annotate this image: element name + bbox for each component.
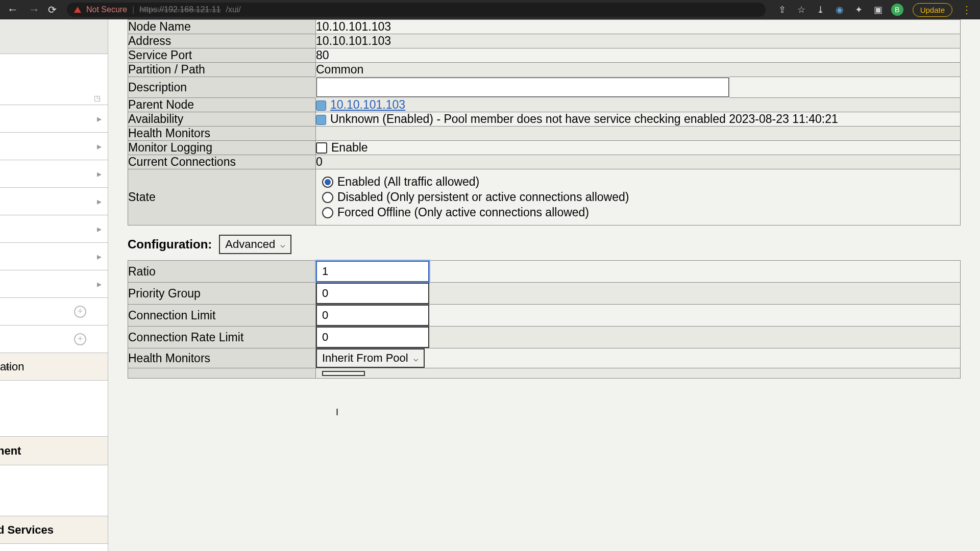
chevron-right-icon: ▸ — [97, 196, 102, 207]
health-monitors-select[interactable]: Inherit From Pool⌵ — [316, 348, 425, 368]
state-disabled-radio[interactable] — [322, 192, 333, 203]
plus-icon[interactable]: + — [74, 333, 86, 345]
parent-node-label: Parent Node — [128, 98, 316, 112]
configuration-mode-select[interactable]: Advanced⌵ — [219, 235, 291, 254]
chevron-right-icon: ▸ — [97, 251, 102, 262]
state-label: State — [128, 169, 316, 226]
sidebar-header — [0, 19, 108, 54]
address-label: Address — [128, 34, 316, 48]
monitor-logging-check-label: Enable — [331, 141, 368, 154]
security-status: Not Secure — [86, 5, 127, 14]
partition-label: Partition / Path — [128, 63, 316, 77]
install-icon[interactable]: ⤓ — [814, 4, 827, 15]
menu-icon[interactable]: ⋮ — [959, 4, 975, 16]
status-square-icon — [316, 115, 326, 125]
sidebar-item[interactable]: ◳ — [0, 54, 108, 105]
sidebar-item[interactable]: + — [0, 298, 108, 325]
monitor-logging-label: Monitor Logging — [128, 141, 316, 155]
priority-group-label: Priority Group — [128, 283, 316, 305]
sidebar-item[interactable]: ▸ — [0, 243, 108, 270]
configuration-title: Configuration: — [128, 237, 212, 252]
sidebar-gap — [0, 465, 108, 516]
sidebar-item[interactable]: nent — [0, 437, 108, 465]
reload-icon[interactable]: ⟳ — [48, 4, 57, 16]
update-button[interactable]: Update — [913, 3, 952, 17]
chevron-down-icon: ⌵ — [280, 240, 285, 249]
avatar[interactable]: B — [891, 4, 903, 16]
sidebar-item[interactable]: ▸ — [0, 188, 108, 215]
chevron-right-icon: ▸ — [97, 223, 102, 235]
url-bar[interactable]: Not Secure | https://192.168.121.11/xui/ — [67, 3, 766, 17]
url-path: /xui/ — [226, 5, 240, 14]
connection-rate-limit-label: Connection Rate Limit — [128, 327, 316, 348]
sidebar-item[interactable]: ▸ — [0, 105, 108, 133]
warning-icon — [74, 7, 81, 13]
service-port-value: 80 — [316, 48, 961, 63]
chevron-right-icon: ▸ — [97, 168, 102, 180]
availability-value: Unknown (Enabled) - Pool member does not… — [330, 112, 838, 126]
extension-icon[interactable]: ◉ — [833, 4, 846, 15]
node-name-label: Node Name — [128, 20, 316, 34]
health-monitors-value — [316, 127, 961, 141]
state-offline-label: Forced Offline (Only active connections … — [337, 206, 589, 219]
address-value: 10.10.101.103 — [316, 34, 961, 48]
priority-group-input[interactable] — [316, 283, 429, 304]
availability-label: Availability — [128, 112, 316, 127]
ratio-input[interactable] — [316, 261, 429, 282]
sidebar-item[interactable]: ▸ — [0, 133, 108, 160]
forward-icon[interactable]: → — [27, 3, 42, 16]
current-connections-label: Current Connections — [128, 155, 316, 169]
sidebar-item[interactable]: ▸ — [0, 160, 108, 188]
status-square-icon — [316, 101, 326, 111]
configuration-table: Ratio Priority Group Connection Limit Co… — [128, 260, 961, 379]
chevron-right-icon: ▸ — [97, 113, 102, 124]
panel-icon[interactable]: ▣ — [871, 4, 885, 15]
parent-node-link[interactable]: 10.10.101.103 — [330, 98, 405, 111]
connection-limit-label: Connection Limit — [128, 305, 316, 327]
browser-toolbar: ← → ⟳ Not Secure | https://192.168.121.1… — [0, 0, 980, 19]
chevron-right-icon: ▸ — [97, 279, 102, 290]
state-offline-radio[interactable] — [322, 207, 333, 218]
sidebar-item[interactable]: lation▸ — [0, 353, 108, 381]
state-enabled-label: Enabled (All traffic allowed) — [337, 175, 479, 189]
partial-select[interactable] — [322, 371, 365, 376]
sidebar: ◳ ▸ ▸ ▸ ▸ ▸ ▸ ▸ + + lation▸ nent d Servi… — [0, 19, 108, 551]
node-name-value: 10.10.101.103 — [316, 20, 961, 34]
connection-limit-input[interactable] — [316, 305, 429, 326]
content-area: Node Name 10.10.101.103 Address 10.10.10… — [108, 19, 980, 551]
url-host: https://192.168.121.11 — [139, 5, 220, 14]
general-properties-table: Node Name 10.10.101.103 Address 10.10.10… — [128, 19, 961, 226]
sidebar-item[interactable]: ▸ — [0, 215, 108, 243]
plus-icon[interactable]: + — [74, 306, 86, 318]
sidebar-item[interactable]: + — [0, 325, 108, 353]
sidebar-item[interactable]: ▸ — [0, 270, 108, 298]
extensions-icon[interactable]: ✦ — [852, 4, 865, 15]
back-icon[interactable]: ← — [5, 3, 20, 16]
popout-icon[interactable]: ◳ — [94, 94, 101, 102]
description-input[interactable] — [316, 77, 729, 97]
configuration-header: Configuration: Advanced⌵ — [128, 226, 961, 260]
chevron-right-icon: ▸ — [97, 141, 102, 152]
health-monitors-label: Health Monitors — [128, 127, 316, 141]
monitor-logging-checkbox[interactable] — [316, 142, 327, 154]
partition-value: Common — [316, 63, 961, 77]
bookmark-icon[interactable]: ☆ — [795, 4, 808, 15]
chevron-down-icon: ⌵ — [413, 354, 419, 363]
sidebar-gap — [0, 381, 108, 437]
sidebar-item[interactable]: d Services — [0, 516, 108, 544]
config-health-monitors-label: Health Monitors — [128, 348, 316, 368]
share-icon[interactable]: ⇪ — [776, 4, 789, 15]
service-port-label: Service Port — [128, 48, 316, 63]
current-connections-value: 0 — [316, 155, 961, 169]
description-label: Description — [128, 77, 316, 98]
state-disabled-label: Disabled (Only persistent or active conn… — [337, 190, 629, 204]
ratio-label: Ratio — [128, 261, 316, 283]
connection-rate-limit-input[interactable] — [316, 327, 429, 348]
state-enabled-radio[interactable] — [322, 177, 333, 188]
